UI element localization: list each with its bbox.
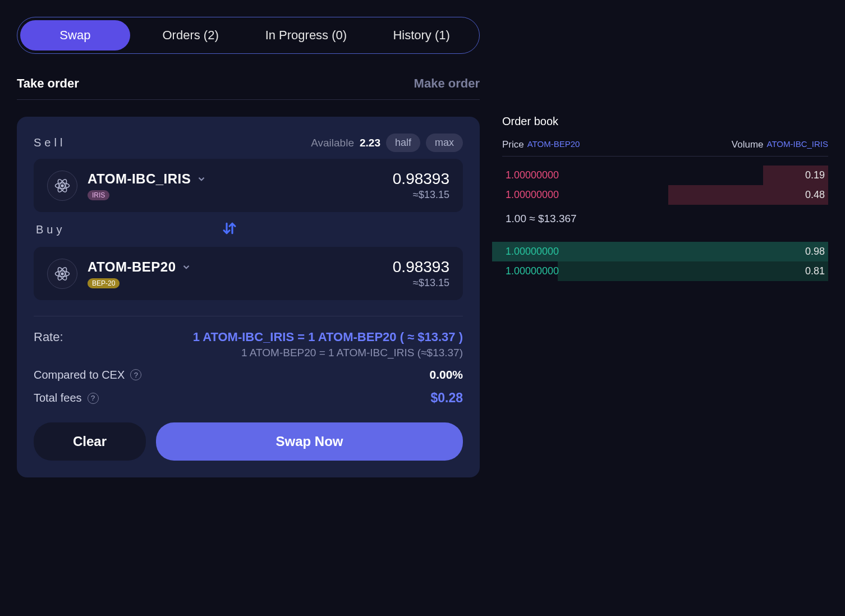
rate-main: 1 ATOM-IBC_IRIS = 1 ATOM-BEP20 ( ≈ $13.3…: [193, 330, 463, 344]
orderbook-header: Price ATOM-BEP20 Volume ATOM-IBC_IRIS: [502, 139, 828, 157]
price-symbol: ATOM-BEP20: [527, 139, 580, 150]
half-button[interactable]: half: [386, 134, 420, 152]
atom-icon: [47, 171, 77, 201]
rate-inverse: 1 ATOM-BEP20 = 1 ATOM-IBC_IRIS (≈$13.37): [193, 347, 463, 359]
nav-tabs: Swap Orders (2) In Progress (0) History …: [17, 17, 480, 54]
orderbook-price: 1.00000000: [506, 246, 559, 258]
buy-amount-input[interactable]: 0.98393: [393, 258, 449, 276]
swap-card: Sell Available 2.23 half max ATOM-IBC_IR…: [17, 117, 480, 477]
orderbook-price: 1.00000000: [506, 265, 559, 277]
sell-amount-input[interactable]: 0.98393: [393, 170, 449, 188]
orderbook-mid-price: 1.00 ≈ $13.367: [502, 205, 828, 233]
buy-label: Buy: [36, 223, 65, 236]
rate-label: Rate:: [34, 330, 63, 344]
clear-button[interactable]: Clear: [34, 422, 146, 461]
sell-amount-usd: ≈$13.15: [393, 189, 449, 201]
orderbook-volume: 0.81: [805, 265, 825, 277]
tab-history[interactable]: History (1): [366, 20, 476, 50]
buy-amount-usd: ≈$13.15: [393, 277, 449, 289]
price-header: Price: [502, 139, 524, 150]
sell-token-row: ATOM-IBC_IRIS IRIS 0.98393 ≈$13.15: [34, 159, 463, 212]
fees-value: $0.28: [430, 390, 463, 406]
orderbook-volume: 0.48: [805, 189, 825, 201]
chevron-down-icon: [196, 174, 206, 184]
swap-now-button[interactable]: Swap Now: [156, 422, 463, 461]
make-order[interactable]: Make order: [414, 76, 480, 91]
buy-token-select[interactable]: ATOM-BEP20: [88, 259, 383, 275]
orderbook-row[interactable]: 1.000000000.81: [502, 261, 828, 281]
available-value: 2.23: [360, 137, 380, 149]
volume-symbol: ATOM-IBC_IRIS: [767, 139, 828, 150]
orderbook-volume: 0.98: [805, 246, 825, 258]
volume-header: Volume: [732, 139, 764, 150]
cex-label: Compared to CEX: [34, 369, 125, 381]
help-icon[interactable]: ?: [88, 393, 99, 404]
svg-point-0: [61, 185, 63, 187]
chevron-down-icon: [181, 262, 191, 272]
orderbook-title: Order book: [502, 115, 828, 128]
orderbook-price: 1.00000000: [506, 189, 559, 201]
tab-orders[interactable]: Orders (2): [136, 20, 246, 50]
chain-badge-iris: IRIS: [88, 190, 109, 200]
sell-label: Sell: [34, 136, 66, 149]
orderbook-price: 1.00000000: [506, 169, 559, 181]
available-label: Available: [311, 137, 354, 149]
help-icon[interactable]: ?: [130, 369, 141, 380]
sell-token-select[interactable]: ATOM-IBC_IRIS: [88, 171, 383, 187]
orderbook-volume: 0.19: [805, 169, 825, 181]
swap-direction-icon[interactable]: [220, 220, 239, 239]
sell-token-name: ATOM-IBC_IRIS: [88, 171, 191, 187]
take-order[interactable]: Take order: [17, 76, 79, 91]
orderbook-row[interactable]: 1.000000000.98: [492, 242, 828, 261]
tab-in-progress[interactable]: In Progress (0): [251, 20, 361, 50]
buy-token-row: ATOM-BEP20 BEP-20 0.98393 ≈$13.15: [34, 247, 463, 300]
svg-point-4: [61, 273, 63, 275]
tab-swap[interactable]: Swap: [20, 20, 130, 50]
cex-value: 0.00%: [429, 368, 463, 381]
max-button[interactable]: max: [426, 134, 463, 152]
fees-label: Total fees: [34, 392, 82, 404]
atom-icon: [47, 259, 77, 289]
orderbook-row[interactable]: 1.000000000.19: [502, 166, 828, 185]
orderbook-row[interactable]: 1.000000000.48: [502, 185, 828, 205]
order-mode-switch: Take order Make order: [17, 76, 480, 100]
buy-token-name: ATOM-BEP20: [88, 259, 176, 275]
chain-badge-bep20: BEP-20: [88, 278, 120, 288]
